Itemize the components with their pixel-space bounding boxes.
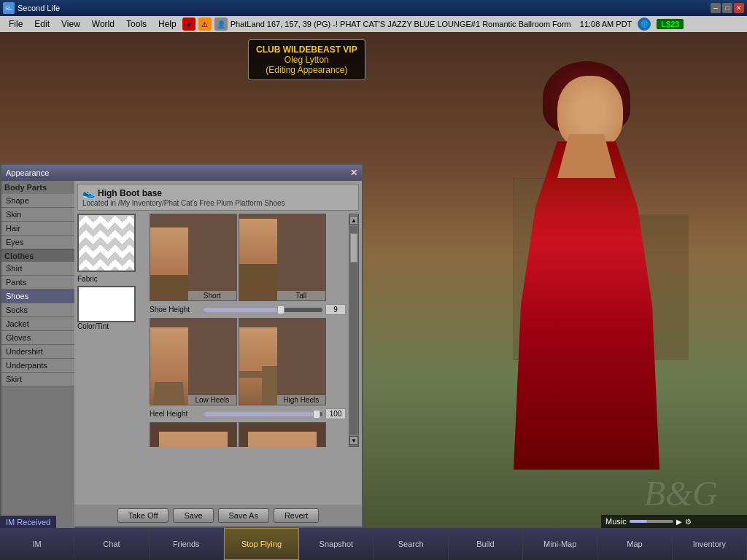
- item-title: 👟 High Boot base: [82, 187, 354, 199]
- health-icon[interactable]: ♥: [182, 18, 196, 31]
- maximize-button[interactable]: □: [722, 3, 732, 13]
- taskbar-im-button[interactable]: IM: [0, 528, 74, 560]
- nav-shirt[interactable]: Shirt: [1, 262, 74, 276]
- fabric-swatch[interactable]: [77, 214, 136, 272]
- revert-button[interactable]: Revert: [274, 508, 319, 523]
- taskbar-search-button[interactable]: Search: [374, 528, 448, 560]
- shoe-height-track[interactable]: [204, 308, 322, 312]
- heel-height-track[interactable]: [204, 412, 322, 416]
- nav-shape[interactable]: Shape: [1, 194, 74, 208]
- window-title: Second Life: [18, 4, 711, 12]
- preview-row-3: [150, 422, 346, 447]
- nav-socks[interactable]: Socks: [1, 303, 74, 317]
- avatar-dress: [514, 141, 659, 470]
- shoe-height-thumb[interactable]: [277, 306, 285, 314]
- nav-underpants[interactable]: Underpants: [1, 359, 74, 373]
- scroll-thumb[interactable]: [350, 233, 357, 262]
- tooltip-status: (Editing Appearance): [256, 65, 357, 75]
- heel-height-value: 100: [325, 408, 346, 419]
- short-label: Short: [188, 291, 236, 300]
- music-volume-fill: [630, 520, 647, 523]
- shoe-height-fill: [204, 308, 281, 312]
- shoe-height-label: Shoe Height: [150, 306, 201, 314]
- music-settings-icon[interactable]: ⚙: [685, 518, 692, 526]
- close-button[interactable]: ✕: [734, 3, 744, 13]
- shoe-height-value: 9: [325, 304, 346, 315]
- taskbar: IM Chat Friends Stop Flying Snapshot Sea…: [0, 528, 747, 560]
- taskbar-map-button[interactable]: Map: [597, 528, 672, 560]
- panel-title: Appearance: [6, 168, 350, 177]
- menu-help[interactable]: Help: [152, 18, 182, 31]
- nav-hair[interactable]: Hair: [1, 222, 74, 236]
- heel-height-slider-row: Heel Height 100: [150, 407, 346, 421]
- preview-low-heels[interactable]: Low Heels: [150, 318, 237, 405]
- taskbar-build-button[interactable]: Build: [449, 528, 523, 560]
- heel-height-fill: [204, 412, 317, 416]
- taskbar-mini-map-button[interactable]: Mini-Map: [523, 528, 597, 560]
- taskbar-chat-button[interactable]: Chat: [74, 528, 149, 560]
- taskbar-inventory-button[interactable]: Inventory: [673, 528, 747, 560]
- item-location: Located in /My Inventory/Phat Cat's Free…: [82, 199, 354, 207]
- scroll-up-button[interactable]: ▲: [349, 216, 358, 225]
- window-controls: ─ □ ✕: [711, 3, 744, 13]
- nav-gloves[interactable]: Gloves: [1, 331, 74, 345]
- item-header: 👟 High Boot base Located in /My Inventor…: [77, 184, 359, 211]
- preview-scrollbar: ▲ ▼: [349, 214, 359, 447]
- item-name: High Boot base: [98, 188, 162, 198]
- menu-file[interactable]: File: [3, 18, 28, 31]
- appearance-close-button[interactable]: ✕: [350, 168, 357, 178]
- app-icon: SL: [3, 2, 15, 14]
- music-volume-slider[interactable]: [630, 520, 673, 523]
- scroll-track[interactable]: [350, 226, 357, 435]
- take-off-button[interactable]: Take Off: [117, 508, 169, 523]
- nav-shoes[interactable]: Shoes: [1, 289, 74, 303]
- preview-area: Short Tall Shoe Height: [150, 214, 346, 447]
- taskbar-stop-flying-button[interactable]: Stop Flying: [224, 528, 299, 560]
- location-text: PhatLand 167, 157, 39 (PG) -! PHAT CAT'S…: [231, 20, 571, 28]
- menu-edit[interactable]: Edit: [28, 18, 55, 31]
- nav-jacket[interactable]: Jacket: [1, 317, 74, 331]
- shoe-height-slider-row: Shoe Height 9: [150, 303, 346, 316]
- music-bar: Music ▶ ⚙: [601, 515, 747, 528]
- content-area: Fabric Color/Tint Short: [77, 214, 359, 447]
- avatar-tooltip: CLUB WILDEBEAST VIP Oleg Lytton (Editing…: [248, 39, 365, 80]
- music-label: Music: [605, 517, 627, 526]
- scroll-down-button[interactable]: ▼: [349, 436, 358, 445]
- nav-skirt[interactable]: Skirt: [1, 373, 74, 386]
- tall-label: Tall: [277, 291, 325, 300]
- color-swatch[interactable]: [77, 286, 136, 322]
- low-heels-label: Low Heels: [188, 395, 236, 405]
- money-display: L$23: [657, 19, 684, 29]
- music-play-icon[interactable]: ▶: [676, 518, 682, 526]
- tooltip-title: CLUB WILDEBEAST VIP: [256, 44, 357, 55]
- menu-tools[interactable]: Tools: [120, 18, 152, 31]
- menu-view[interactable]: View: [55, 18, 86, 31]
- preview-extra-1[interactable]: [150, 422, 237, 447]
- avatar-character: [426, 54, 703, 528]
- save-button[interactable]: Save: [173, 508, 213, 523]
- heel-height-thumb[interactable]: [313, 410, 320, 419]
- nav-undershirt[interactable]: Undershirt: [1, 345, 74, 359]
- preview-high-heels[interactable]: High Heels: [239, 318, 326, 405]
- item-icon: 👟: [82, 187, 95, 199]
- avatar-icon[interactable]: 👤: [214, 18, 228, 31]
- nav-eyes[interactable]: Eyes: [1, 236, 74, 249]
- taskbar-snapshot-button[interactable]: Snapshot: [299, 528, 374, 560]
- minimize-button[interactable]: ─: [711, 3, 721, 13]
- appearance-panel: Appearance ✕ Body Parts Shape Skin Hair …: [0, 163, 363, 528]
- menu-world[interactable]: World: [86, 18, 120, 31]
- heel-height-label: Heel Height: [150, 410, 201, 418]
- taskbar-friends-button[interactable]: Friends: [150, 528, 224, 560]
- body-parts-label: Body Parts: [1, 181, 74, 194]
- swatches-area: Fabric Color/Tint: [77, 214, 147, 447]
- preview-short[interactable]: Short: [150, 214, 237, 301]
- preview-tall[interactable]: Tall: [239, 214, 326, 301]
- warning-icon[interactable]: ⚠: [198, 18, 212, 31]
- nav-skin[interactable]: Skin: [1, 208, 74, 222]
- preview-extra-2[interactable]: [239, 422, 326, 447]
- globe-icon: 🌐: [638, 18, 651, 31]
- high-heels-label: High Heels: [277, 395, 325, 405]
- nav-pants[interactable]: Pants: [1, 276, 74, 289]
- save-as-button[interactable]: Save As: [218, 508, 269, 523]
- appearance-header: Appearance ✕: [1, 165, 362, 181]
